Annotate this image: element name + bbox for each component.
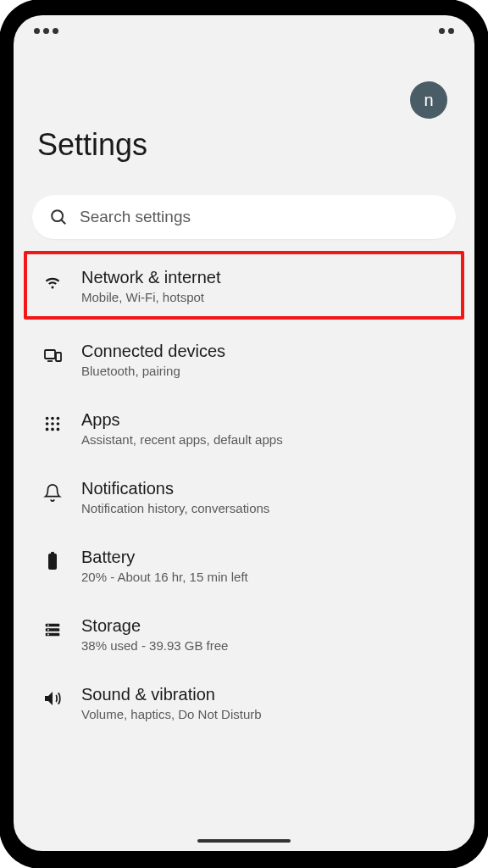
status-left-icons — [34, 28, 58, 34]
svg-point-21 — [47, 634, 49, 636]
screen: n Settings Search settings Network & int… — [14, 15, 474, 851]
search-bar[interactable]: Search settings — [32, 195, 456, 239]
setting-subtitle: Bluetooth, pairing — [81, 364, 452, 378]
setting-subtitle: Assistant, recent apps, default apps — [81, 432, 452, 447]
setting-title: Battery — [81, 546, 452, 568]
navigation-handle[interactable] — [197, 839, 291, 843]
svg-point-10 — [57, 422, 60, 426]
status-bar — [14, 15, 474, 46]
setting-item-storage[interactable]: Storage 38% used - 39.93 GB free — [24, 599, 464, 668]
page-title: Settings — [37, 127, 451, 163]
svg-point-0 — [52, 210, 63, 221]
search-icon — [49, 208, 68, 226]
svg-point-7 — [57, 417, 60, 420]
setting-title: Connected devices — [81, 340, 452, 362]
svg-point-13 — [57, 428, 60, 431]
svg-point-11 — [46, 428, 49, 431]
setting-subtitle: 38% used - 39.93 GB free — [81, 638, 452, 653]
svg-rect-3 — [56, 353, 61, 361]
sound-icon — [39, 685, 66, 712]
avatar[interactable]: n — [410, 81, 447, 119]
svg-point-9 — [51, 422, 54, 426]
svg-point-5 — [46, 417, 49, 420]
setting-subtitle: Mobile, Wi-Fi, hotspot — [81, 290, 452, 304]
phone-frame: n Settings Search settings Network & int… — [0, 0, 488, 868]
svg-rect-15 — [51, 552, 54, 554]
setting-title: Notifications — [81, 477, 452, 499]
setting-title: Storage — [81, 615, 452, 637]
apps-icon — [39, 410, 66, 437]
svg-point-8 — [46, 422, 49, 426]
setting-item-sound[interactable]: Sound & vibration Volume, haptics, Do No… — [24, 668, 464, 737]
settings-list: Network & internet Mobile, Wi-Fi, hotspo… — [14, 251, 474, 737]
setting-subtitle: 20% - About 16 hr, 15 min left — [81, 570, 452, 584]
setting-subtitle: Volume, haptics, Do Not Disturb — [81, 707, 452, 721]
svg-point-6 — [51, 417, 54, 420]
setting-item-network[interactable]: Network & internet Mobile, Wi-Fi, hotspo… — [24, 251, 464, 320]
wifi-icon — [39, 268, 66, 295]
setting-title: Apps — [81, 409, 452, 431]
status-right-icons — [439, 28, 454, 34]
setting-item-notifications[interactable]: Notifications Notification history, conv… — [24, 462, 464, 531]
svg-line-1 — [61, 220, 65, 224]
setting-item-connected-devices[interactable]: Connected devices Bluetooth, pairing — [24, 325, 464, 393]
battery-icon — [39, 548, 66, 575]
svg-rect-2 — [45, 350, 55, 359]
devices-icon — [39, 342, 66, 369]
svg-point-20 — [47, 629, 49, 631]
setting-item-apps[interactable]: Apps Assistant, recent apps, default app… — [24, 393, 464, 462]
setting-item-battery[interactable]: Battery 20% - About 16 hr, 15 min left — [24, 531, 464, 599]
bell-icon — [39, 479, 66, 506]
search-placeholder: Search settings — [80, 208, 191, 226]
svg-rect-14 — [48, 554, 57, 570]
svg-point-12 — [51, 428, 54, 431]
setting-title: Network & internet — [81, 266, 452, 288]
header: n Settings — [14, 46, 474, 180]
setting-subtitle: Notification history, conversations — [81, 501, 452, 515]
svg-point-19 — [47, 625, 49, 626]
avatar-letter: n — [424, 91, 433, 110]
storage-icon — [39, 616, 66, 643]
setting-title: Sound & vibration — [81, 683, 452, 705]
